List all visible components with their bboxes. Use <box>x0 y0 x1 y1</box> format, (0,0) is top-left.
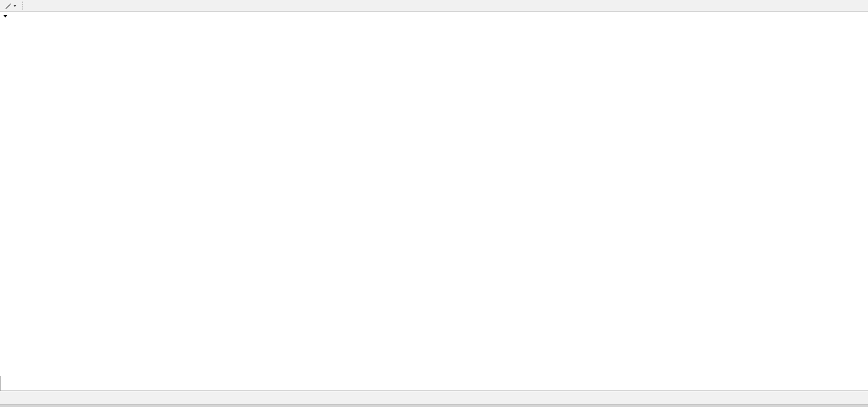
bottom-strip <box>0 404 868 407</box>
macd-canvas[interactable] <box>0 331 868 376</box>
tool-dropdown-caret <box>13 5 16 7</box>
macd-pane <box>0 331 868 376</box>
time-axis[interactable] <box>0 376 868 391</box>
timeframe-toolbar <box>0 0 868 12</box>
price-chart-canvas[interactable] <box>0 12 868 283</box>
rsi-canvas[interactable] <box>0 283 868 331</box>
main-chart-pane <box>0 12 868 283</box>
chart-title[interactable] <box>3 15 15 18</box>
collapse-icon <box>3 15 7 18</box>
chart-tabs-bar <box>0 391 868 404</box>
pencil-cursor-icon <box>4 2 12 10</box>
rsi-pane <box>0 283 868 331</box>
toolbar-grip <box>22 2 24 10</box>
cursor-tool-button[interactable] <box>2 2 19 10</box>
